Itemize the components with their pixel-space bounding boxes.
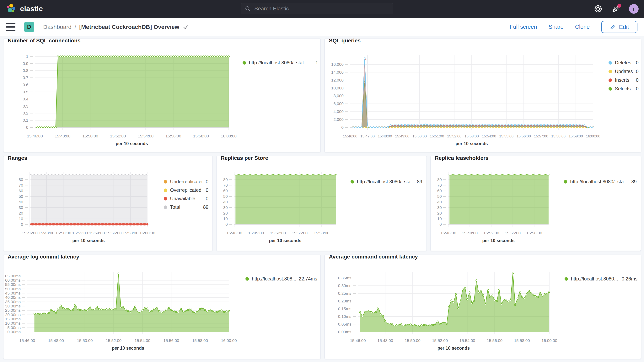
page-title: [Metricbeat CockroachDB] Overview: [79, 24, 179, 30]
svg-text:per 10 seconds: per 10 seconds: [72, 238, 104, 243]
svg-text:0.30ms: 0.30ms: [338, 283, 351, 288]
legend-label: http://localhost:8080/_sta...: [357, 179, 414, 184]
svg-text:10: 10: [223, 216, 228, 221]
legend-label: Total: [170, 204, 180, 210]
svg-text:15:54:00: 15:54:00: [482, 134, 496, 138]
legend-item[interactable]: Deletes0: [608, 60, 638, 66]
svg-text:15:56:00: 15:56:00: [106, 231, 122, 235]
full-screen-button[interactable]: Full screen: [510, 24, 537, 30]
svg-text:0.9: 0.9: [23, 61, 28, 66]
svg-text:0.1: 0.1: [23, 118, 28, 122]
svg-text:15:50:00: 15:50:00: [405, 338, 420, 343]
avatar[interactable]: r: [629, 4, 638, 14]
chart-canvas: 15:46:0015:48:0015:50:0015:52:0015:54:00…: [325, 255, 641, 359]
svg-text:0.4: 0.4: [23, 97, 28, 101]
legend-value: 89: [631, 179, 637, 184]
help-icon[interactable]: [594, 4, 603, 14]
legend-value: 89: [417, 179, 422, 184]
legend-item[interactable]: http://localhost:8080/_sta...89: [350, 179, 422, 184]
svg-text:0.25ms: 0.25ms: [338, 291, 351, 296]
svg-text:60: 60: [223, 188, 228, 193]
svg-text:25.00ms: 25.00ms: [5, 308, 21, 312]
svg-text:15:52:00: 15:52:00: [447, 134, 462, 138]
search-icon: [245, 6, 251, 12]
svg-text:6,000: 6,000: [334, 102, 344, 106]
legend-item[interactable]: Inserts0: [608, 77, 638, 83]
legend-label: Deletes: [615, 60, 631, 66]
panel-ranges: Ranges 15:46:0015:48:0015:50:0015:52:001…: [3, 156, 213, 251]
svg-text:0.05ms: 0.05ms: [338, 322, 351, 326]
chart-canvas: 15:46:0015:48:0015:50:0015:52:0015:54:00…: [4, 39, 320, 152]
svg-text:15:52:00: 15:52:00: [72, 231, 88, 235]
search-input[interactable]: [254, 6, 389, 12]
share-button[interactable]: Share: [548, 24, 564, 30]
svg-text:35.00ms: 35.00ms: [5, 300, 21, 304]
legend-item[interactable]: http://localhost:8080/_stat...1: [242, 60, 318, 66]
svg-text:15:52:00: 15:52:00: [110, 134, 126, 138]
legend-label: Updates: [615, 68, 633, 74]
dashboard-badge[interactable]: D: [24, 22, 34, 32]
elastic-brand[interactable]: elastic: [6, 4, 43, 14]
legend-value: 0: [206, 196, 208, 202]
svg-text:15:46:00: 15:46:00: [343, 134, 357, 138]
svg-text:10,000: 10,000: [331, 86, 344, 90]
svg-text:30: 30: [19, 205, 23, 210]
chart-canvas: 15:46:0015:49:0015:52:0015:55:0015:58:00…: [430, 156, 641, 250]
legend-item[interactable]: Underreplicated0: [164, 179, 208, 184]
legend-label: Unavailable: [170, 196, 195, 202]
legend-value: 0: [636, 60, 638, 66]
legend-item[interactable]: Updates0: [608, 68, 638, 74]
svg-text:15:58:00: 15:58:00: [123, 231, 138, 235]
svg-text:2,000: 2,000: [334, 117, 344, 122]
svg-text:30.00ms: 30.00ms: [5, 304, 21, 308]
legend-item[interactable]: http://localhost:8080...0.26ms: [564, 276, 638, 282]
svg-text:65.00ms: 65.00ms: [5, 274, 21, 278]
svg-text:per 10 seconds: per 10 seconds: [269, 238, 301, 243]
divider: [20, 18, 20, 36]
check-icon[interactable]: [182, 24, 189, 30]
legend-label: Underreplicated: [170, 179, 203, 184]
legend-item[interactable]: Total89: [164, 204, 208, 210]
svg-text:5.00ms: 5.00ms: [7, 326, 21, 330]
legend-item[interactable]: http://localhost:808...22.74ms: [246, 276, 317, 282]
legend-value: 0: [636, 68, 638, 74]
svg-text:15:47:00: 15:47:00: [360, 134, 375, 138]
global-search[interactable]: [241, 3, 393, 14]
svg-text:14,000: 14,000: [331, 70, 344, 74]
svg-text:20: 20: [223, 211, 228, 215]
legend-item[interactable]: Selects0: [608, 86, 638, 92]
svg-text:15:54:00: 15:54:00: [138, 134, 154, 138]
svg-text:20: 20: [19, 211, 23, 215]
svg-text:16:00:00: 16:00:00: [221, 134, 236, 138]
menu-icon[interactable]: [6, 23, 16, 31]
svg-text:0.5: 0.5: [23, 90, 28, 94]
legend-label: http://localhost:8080/_stat...: [249, 60, 308, 66]
legend-item[interactable]: Overreplicated0: [164, 187, 208, 193]
panel-average-command-commit-latency: Average command commit latency 15:46:001…: [324, 255, 641, 359]
svg-text:0.2: 0.2: [23, 111, 28, 115]
svg-text:40.00ms: 40.00ms: [5, 295, 21, 300]
svg-text:15:52:00: 15:52:00: [270, 231, 286, 235]
breadcrumb: Dashboard / [Metricbeat CockroachDB] Ove…: [43, 24, 189, 30]
svg-text:15:50:00: 15:50:00: [82, 134, 98, 138]
legend-value: 1: [316, 60, 318, 66]
svg-text:30: 30: [223, 205, 228, 210]
svg-text:15:49:00: 15:49:00: [248, 231, 264, 235]
svg-text:15:50:00: 15:50:00: [77, 338, 93, 343]
svg-text:0.7: 0.7: [23, 75, 28, 80]
breadcrumb-dashboard[interactable]: Dashboard: [43, 24, 72, 30]
panel-average-log-commit-latency: Average log commit latency 15:46:0015:48…: [3, 255, 321, 359]
svg-text:15:52:00: 15:52:00: [484, 231, 499, 235]
edit-button-label: Edit: [619, 24, 629, 30]
edit-button[interactable]: Edit: [601, 21, 638, 33]
svg-text:40: 40: [437, 200, 442, 204]
legend-dot-icon: [608, 61, 612, 64]
legend-item[interactable]: http://localhost:8080/_sta...89: [564, 179, 637, 184]
legend-value: 0: [636, 77, 638, 83]
legend-label: Inserts: [615, 77, 629, 83]
legend-dot-icon: [164, 188, 167, 192]
clone-button[interactable]: Clone: [575, 24, 590, 30]
dashboard-toolbar: D Dashboard / [Metricbeat CockroachDB] O…: [0, 18, 644, 36]
legend-item[interactable]: Unavailable0: [164, 196, 208, 202]
newsfeed-icon[interactable]: [611, 4, 620, 14]
